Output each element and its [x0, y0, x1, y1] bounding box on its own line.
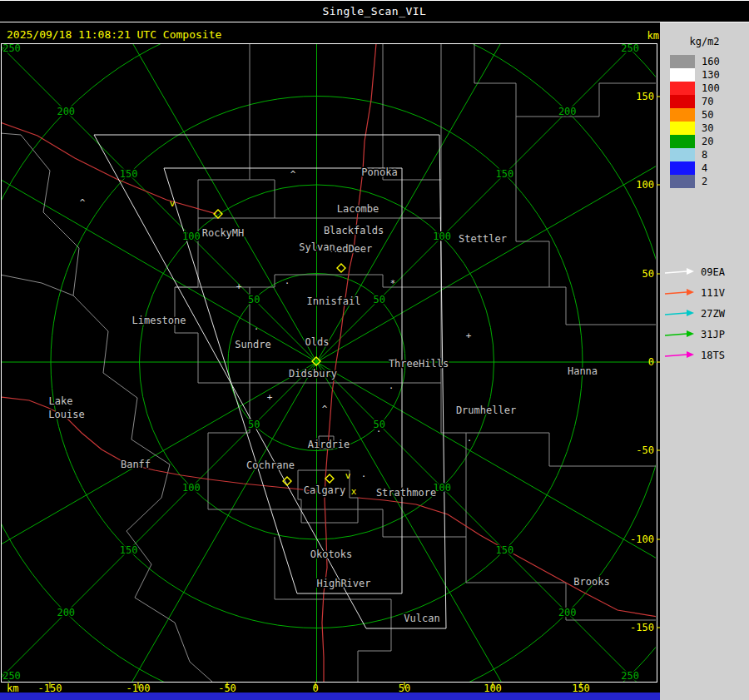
colorbar-value: 20 — [702, 136, 713, 147]
range-label: 100 — [182, 482, 201, 494]
colorbar-value: 130 — [702, 69, 720, 81]
radar-app-window: 5010015020025050100150200250501001502002… — [0, 0, 749, 700]
colorbar-value: 4 — [702, 162, 707, 174]
azimuth-line — [0, 129, 317, 362]
track-arrow-icon — [663, 329, 697, 340]
county-boundary — [0, 133, 212, 682]
range-label: 200 — [57, 106, 75, 117]
map-point-marker: . — [361, 469, 367, 479]
colorbar-swatch — [670, 108, 695, 122]
track-arrow-icon — [663, 266, 697, 278]
colorbar-swatch — [670, 95, 695, 108]
county-boundary — [466, 433, 657, 466]
county-boundary — [198, 43, 275, 218]
colorbar-value: 70 — [702, 96, 713, 107]
storm-motion-marker: v — [170, 198, 176, 209]
right-axis-label: -150 — [630, 622, 654, 633]
timestamp: 2025/09/18 11:08:21 UTC Composite — [7, 28, 221, 41]
azimuth-line — [84, 0, 317, 362]
azimuth-line — [84, 362, 317, 700]
range-label: 150 — [496, 544, 514, 556]
title-bar: Single_Scan_VIL — [0, 0, 749, 22]
colorbar-swatch — [670, 135, 695, 148]
legend-item: 111V — [663, 282, 749, 303]
map-point-marker: * — [390, 278, 396, 289]
range-label: 250 — [621, 42, 639, 54]
map-point-marker: ^ — [290, 169, 296, 180]
track-id-label: 09EA — [701, 266, 725, 278]
colorbar-swatch — [670, 68, 695, 82]
colorbar-entry: 70 — [670, 95, 749, 108]
map-point-marker: + — [236, 281, 242, 292]
city-label: Blackfalds — [324, 225, 384, 236]
right-axis-label: 150 — [636, 91, 654, 102]
axis-unit-top-right: km — [647, 30, 659, 42]
track-id-label: 111V — [701, 287, 725, 299]
city-label: Stettler — [459, 233, 507, 245]
colorbar-value: 8 — [702, 149, 707, 161]
range-label: 100 — [433, 231, 451, 242]
colorbar-swatch — [670, 55, 695, 68]
city-label: Sylvan — [299, 241, 335, 253]
colorbar-value: 100 — [702, 82, 720, 94]
city-label: Didsbury — [289, 368, 337, 380]
colorbar-entry: 30 — [670, 122, 749, 135]
track-arrow-icon — [663, 308, 697, 320]
city-label: Sundre — [235, 339, 270, 350]
window-title: Single_Scan_VIL — [323, 5, 427, 17]
azimuth-line — [317, 362, 661, 595]
range-label: 200 — [558, 607, 577, 618]
track-id-label: 18TS — [701, 350, 725, 361]
range-label: 250 — [621, 670, 639, 682]
county-boundary — [383, 43, 441, 180]
range-label: 200 — [57, 607, 75, 618]
legend-item: 09EA — [663, 261, 749, 282]
city-label: Airdrie — [308, 439, 350, 450]
track-arrow-icon — [663, 287, 697, 299]
colorbar-swatch — [670, 161, 695, 175]
city-label: Limestone — [131, 315, 186, 326]
city-label: Brooks — [573, 576, 609, 588]
city-label: Drumheller — [456, 405, 516, 416]
colorbar-value: 2 — [702, 176, 707, 187]
city-label: Louise — [48, 409, 84, 420]
right-axis-label: 0 — [648, 356, 654, 368]
azimuth-line — [0, 32, 317, 362]
azimuth-line — [0, 362, 317, 692]
range-label: 150 — [120, 168, 138, 180]
azimuth-line — [317, 0, 550, 362]
track-arrow-icon — [663, 350, 697, 361]
range-label: 100 — [182, 231, 201, 242]
right-axis-label: 50 — [642, 268, 654, 280]
legend-item: 31JP — [663, 324, 749, 345]
city-label: Lake — [49, 395, 73, 407]
colorbar-swatch — [670, 82, 695, 95]
colorbar-entry: 20 — [670, 135, 749, 148]
city-label: Olds — [305, 336, 330, 348]
right-axis-label: -50 — [636, 444, 654, 456]
map-point-marker: . — [285, 276, 290, 286]
city-label: Calgary — [304, 484, 346, 496]
range-label: 150 — [496, 168, 514, 180]
map-point-marker: ^ — [80, 197, 86, 208]
range-label: 250 — [2, 42, 21, 54]
city-label: Lacombe — [337, 203, 379, 215]
colorbar-swatch — [670, 122, 695, 135]
track-id-label: 27ZW — [701, 308, 725, 320]
range-label: 50 — [248, 294, 260, 305]
city-label: HighRiver — [316, 578, 370, 589]
county-boundary — [516, 117, 549, 287]
colorbar-value: 160 — [702, 56, 720, 67]
right-axis-label: 100 — [636, 179, 654, 191]
county-boundary — [175, 275, 441, 287]
city-label: Banff — [121, 459, 151, 470]
city-label: RedDeer — [330, 243, 373, 255]
map-canvas[interactable]: 5010015020025050100150200250501001502002… — [0, 0, 660, 700]
radar-site-marker — [337, 264, 345, 272]
colorbar-entry: 50 — [670, 108, 749, 122]
city-label: RockyMH — [202, 227, 245, 239]
legend-item: 27ZW — [663, 303, 749, 324]
city-label: Cochrane — [246, 459, 295, 471]
range-label: 150 — [120, 544, 138, 556]
map-point-marker: . — [467, 433, 473, 444]
